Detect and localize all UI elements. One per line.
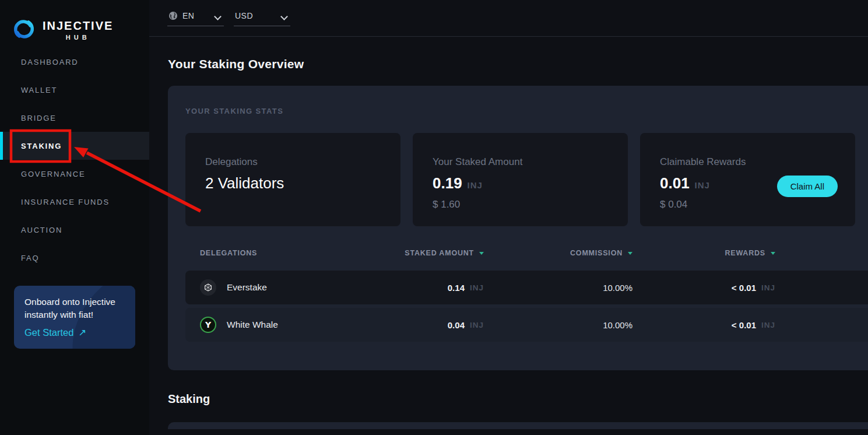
- sort-down-icon: [479, 252, 484, 255]
- claimable-rewards-card: Claimable Rewards 0.01 INJ $ 0.04 Claim …: [640, 133, 855, 226]
- sidebar-item-staking[interactable]: STAKING: [0, 132, 149, 160]
- header-rewards[interactable]: REWARDS: [632, 249, 775, 257]
- language-select-wrap: EN: [167, 10, 224, 26]
- claimable-rewards-value: 0.01: [660, 174, 690, 192]
- delegations-card: Delegations 2 Validators: [185, 133, 400, 226]
- language-select[interactable]: EN: [182, 11, 223, 20]
- sidebar-nav: DASHBOARD WALLET BRIDGE STAKING GOVERNAN…: [0, 48, 149, 272]
- white-whale-validator-icon: Y: [200, 317, 216, 333]
- get-started-label: Get Started: [24, 327, 73, 338]
- staked-amount-label: Your Staked Amount: [433, 156, 614, 168]
- globe-icon: [168, 11, 178, 20]
- staked-amount-unit: INJ: [468, 180, 483, 190]
- commission-value: 10.00%: [603, 283, 632, 293]
- staked-value: 0.04: [448, 320, 465, 330]
- external-arrow-icon: ↗: [78, 327, 86, 338]
- logo-text: INJECTIVE HUB: [43, 19, 113, 41]
- header-delegations: DELEGATIONS: [200, 249, 257, 257]
- delegations-label: Delegations: [205, 156, 386, 168]
- fiat-onboard-card: Onboard onto Injective instantly with fi…: [14, 286, 135, 349]
- commission-value: 10.00%: [603, 320, 632, 330]
- header-commission[interactable]: COMMISSION: [484, 249, 632, 257]
- delegations-value: 2 Validators: [205, 174, 284, 192]
- claimable-rewards-usd: $ 0.04: [660, 199, 841, 211]
- validator-name: White Whale: [227, 320, 278, 330]
- rewards-unit: INJ: [761, 283, 775, 292]
- brand-sub: HUB: [43, 34, 113, 41]
- delegations-table-body: Everstake 0.14 INJ 10.00% < 0.01 INJ: [185, 271, 868, 342]
- staking-section-panel-top: [168, 422, 868, 429]
- rewards-value: < 0.01: [732, 320, 756, 330]
- currency-select[interactable]: USD: [235, 11, 289, 20]
- currency-select-wrap: USD: [234, 10, 290, 26]
- content: Your Staking Overview YOUR STAKING STATS…: [149, 37, 868, 435]
- brand-name: INJECTIVE: [43, 19, 113, 33]
- staked-amount-card: Your Staked Amount 0.19 INJ $ 1.60: [413, 133, 628, 226]
- sidebar-item-bridge[interactable]: BRIDGE: [0, 104, 149, 132]
- staked-value: 0.14: [448, 283, 465, 293]
- stats-cards-row: Delegations 2 Validators Your Staked Amo…: [185, 133, 868, 226]
- fiat-onboard-text: Onboard onto Injective instantly with fi…: [24, 296, 118, 322]
- staked-amount-value: 0.19: [433, 174, 462, 192]
- sort-down-icon: [771, 252, 775, 255]
- claimable-rewards-label: Claimable Rewards: [660, 156, 841, 168]
- staked-unit: INJ: [470, 321, 484, 329]
- injective-logo-icon: [13, 18, 35, 43]
- everstake-validator-icon: [200, 279, 216, 296]
- get-started-link[interactable]: Get Started ↗: [24, 327, 86, 338]
- page-title: Your Staking Overview: [168, 57, 868, 71]
- topbar: EN USD: [149, 0, 868, 37]
- staking-section-title: Staking: [168, 392, 868, 406]
- sidebar-item-wallet[interactable]: WALLET: [0, 76, 149, 104]
- table-row-white-whale[interactable]: Y White Whale 0.04 INJ 10.00% < 0.01 I: [185, 308, 868, 342]
- claimable-rewards-unit: INJ: [695, 180, 710, 190]
- app-root: INJECTIVE HUB DASHBOARD WALLET BRIDGE ST…: [0, 0, 868, 435]
- table-row-everstake[interactable]: Everstake 0.14 INJ 10.00% < 0.01 INJ: [185, 271, 868, 304]
- sidebar-item-faq[interactable]: FAQ: [0, 244, 149, 272]
- sidebar-item-dashboard[interactable]: DASHBOARD: [0, 48, 149, 76]
- sidebar-item-auction[interactable]: AUCTION: [0, 216, 149, 244]
- rewards-value: < 0.01: [732, 283, 756, 293]
- delegations-table-header: DELEGATIONS STAKED AMOUNT COMMISSION REW…: [185, 247, 868, 259]
- sort-down-icon: [628, 252, 632, 255]
- sidebar-item-governance[interactable]: GOVERNANCE: [0, 160, 149, 188]
- staking-stats-label: YOUR STAKING STATS: [185, 107, 868, 115]
- staked-unit: INJ: [470, 283, 484, 292]
- logo-link[interactable]: INJECTIVE HUB: [0, 0, 149, 48]
- sidebar-item-insurance-funds[interactable]: INSURANCE FUNDS: [0, 188, 149, 216]
- staked-amount-usd: $ 1.60: [433, 199, 614, 211]
- main-area: EN USD Your Staking Overview YOUR STAKIN…: [149, 0, 868, 435]
- validator-name: Everstake: [227, 282, 267, 293]
- staking-overview-panel: YOUR STAKING STATS Delegations 2 Validat…: [168, 86, 868, 370]
- header-staked-amount[interactable]: STAKED AMOUNT: [373, 249, 484, 257]
- sidebar: INJECTIVE HUB DASHBOARD WALLET BRIDGE ST…: [0, 0, 149, 435]
- claim-all-button[interactable]: Claim All: [777, 176, 838, 197]
- rewards-unit: INJ: [761, 321, 775, 329]
